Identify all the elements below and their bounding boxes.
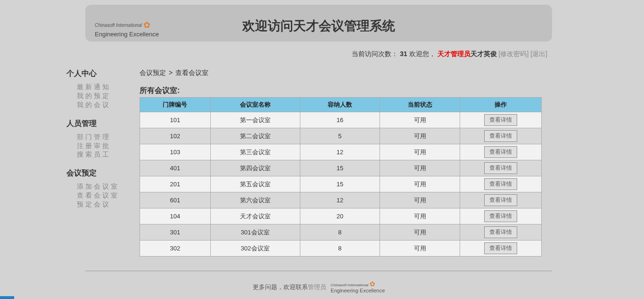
cell-capacity: 8 <box>300 224 380 241</box>
th-room-number: 门牌编号 <box>140 98 211 112</box>
cell-room-name: 第五会议室 <box>210 176 300 192</box>
view-detail-button[interactable]: 查看详情 <box>484 194 517 206</box>
cell-action: 查看详情 <box>460 224 542 241</box>
cell-room-number: 301 <box>140 224 211 241</box>
cell-action: 查看详情 <box>460 144 542 160</box>
cell-status: 可用 <box>380 112 460 128</box>
cell-capacity: 15 <box>300 160 380 176</box>
logo: Chinasoft International ✿ Engineering Ex… <box>95 20 159 39</box>
sidebar-item-add-room[interactable]: 添加会议室 <box>77 182 137 191</box>
cell-status: 可用 <box>380 176 460 192</box>
table-row: 101第一会议室16可用查看详情 <box>140 112 542 128</box>
cell-status: 可用 <box>380 192 460 208</box>
sidebar-item-dept-manage[interactable]: 部门管理 <box>77 133 137 141</box>
table-header-row: 门牌编号 会议室名称 容纳人数 当前状态 操作 <box>140 98 542 112</box>
page-scroll[interactable]: Chinasoft International ✿ Engineering Ex… <box>0 0 637 299</box>
cell-room-number: 401 <box>140 160 211 176</box>
view-detail-button[interactable]: 查看详情 <box>484 114 517 126</box>
cell-action: 查看详情 <box>460 112 542 128</box>
cell-room-number: 104 <box>140 208 211 224</box>
cell-action: 查看详情 <box>460 208 542 224</box>
sidebar-item-search-staff[interactable]: 搜索员工 <box>77 150 137 159</box>
view-detail-button[interactable]: 查看详情 <box>484 178 517 190</box>
cell-action: 查看详情 <box>460 241 542 257</box>
table-row: 301301会议室8可用查看详情 <box>140 224 542 241</box>
cell-capacity: 12 <box>300 192 380 208</box>
cell-capacity: 12 <box>300 144 380 160</box>
change-password-link[interactable]: [修改密码] <box>499 50 529 58</box>
cell-action: 查看详情 <box>460 160 542 176</box>
user-role: 天才管理员 <box>438 50 471 58</box>
header-banner: Chinasoft International ✿ Engineering Ex… <box>85 5 552 42</box>
cell-room-name: 302会议室 <box>210 241 300 257</box>
view-detail-button[interactable]: 查看详情 <box>484 130 517 142</box>
table-row: 102第二会议室5可用查看详情 <box>140 128 542 144</box>
table-row: 103第三会议室12可用查看详情 <box>140 144 542 160</box>
cell-capacity: 8 <box>300 241 380 257</box>
cell-room-name: 301会议室 <box>210 224 300 241</box>
logo-line1: Chinasoft International <box>95 23 142 28</box>
cell-room-number: 601 <box>140 192 211 208</box>
sidebar-item-view-rooms[interactable]: 查看会议室 <box>77 191 137 200</box>
sidebar-item-my-bookings[interactable]: 我的预定 <box>77 91 137 100</box>
gear-icon: ✿ <box>370 280 375 288</box>
page-title: 欢迎访问天才会议管理系统 <box>95 12 543 34</box>
view-detail-button[interactable]: 查看详情 <box>484 162 517 174</box>
th-capacity: 容纳人数 <box>300 98 380 112</box>
visit-label: 当前访问次数： <box>352 50 398 58</box>
sidebar: 个人中心 最新通知 我的预定 我的会议 人员管理 部门管理 注册审批 搜索员工 … <box>64 69 137 257</box>
table-row: 401第四会议室15可用查看详情 <box>140 160 542 176</box>
view-detail-button[interactable]: 查看详情 <box>484 242 517 254</box>
rooms-table: 门牌编号 会议室名称 容纳人数 当前状态 操作 101第一会议室16可用查看详情… <box>140 97 542 257</box>
cell-room-number: 102 <box>140 128 211 144</box>
breadcrumb-b: 查看会议室 <box>175 69 208 76</box>
section-title: 所有会议室: <box>140 86 573 96</box>
sidebar-meeting-items: 添加会议室 查看会议室 预定会议 <box>66 182 137 209</box>
footer-divider <box>85 271 552 271</box>
cell-status: 可用 <box>380 208 460 224</box>
cell-status: 可用 <box>380 224 460 241</box>
cell-room-name: 天才会议室 <box>210 208 300 224</box>
cell-capacity: 15 <box>300 176 380 192</box>
cell-capacity: 16 <box>300 112 380 128</box>
sidebar-personal-items: 最新通知 我的预定 我的会议 <box>66 83 137 109</box>
cell-room-name: 第六会议室 <box>210 192 300 208</box>
breadcrumb-sep: > <box>169 69 173 76</box>
footer-logo-line1: Chinasoft International <box>330 283 368 287</box>
sidebar-section-staff: 人员管理 <box>66 119 137 129</box>
view-detail-button[interactable]: 查看详情 <box>484 210 517 222</box>
th-action: 操作 <box>460 98 542 112</box>
cell-status: 可用 <box>380 160 460 176</box>
cell-room-number: 101 <box>140 112 211 128</box>
bottom-accent-bar <box>0 296 14 299</box>
table-row: 201第五会议室15可用查看详情 <box>140 176 542 192</box>
table-row: 601第六会议室12可用查看详情 <box>140 192 542 208</box>
sidebar-section-personal: 个人中心 <box>66 69 137 79</box>
cell-status: 可用 <box>380 241 460 257</box>
footer-admin-link[interactable]: 管理员 <box>308 283 326 291</box>
breadcrumb: 会议预定 > 查看会议室 <box>140 69 573 77</box>
cell-room-number: 201 <box>140 176 211 192</box>
logo-line2: Engineering Excellence <box>95 31 159 38</box>
table-row: 104天才会议室20可用查看详情 <box>140 208 542 224</box>
view-detail-button[interactable]: 查看详情 <box>484 146 517 158</box>
cell-room-number: 103 <box>140 144 211 160</box>
welcome-text: 欢迎您， <box>409 50 436 58</box>
user-name: 天才英俊 <box>471 50 497 58</box>
cell-status: 可用 <box>380 128 460 144</box>
cell-room-name: 第二会议室 <box>210 128 300 144</box>
cell-capacity: 20 <box>300 208 380 224</box>
cell-room-name: 第四会议室 <box>210 160 300 176</box>
gear-icon: ✿ <box>143 20 150 31</box>
cell-room-name: 第一会议室 <box>210 112 300 128</box>
sidebar-item-reg-approve[interactable]: 注册审批 <box>77 141 137 150</box>
view-detail-button[interactable]: 查看详情 <box>484 226 517 238</box>
sidebar-item-notifications[interactable]: 最新通知 <box>77 83 137 91</box>
th-room-name: 会议室名称 <box>210 98 300 112</box>
cell-capacity: 5 <box>300 128 380 144</box>
logout-link[interactable]: [退出] <box>530 50 547 58</box>
sidebar-item-book-meeting[interactable]: 预定会议 <box>77 200 137 209</box>
breadcrumb-a[interactable]: 会议预定 <box>140 69 166 76</box>
content-area: 会议预定 > 查看会议室 所有会议室: 门牌编号 会议室名称 容纳人数 当前状态… <box>137 69 573 257</box>
sidebar-item-my-meetings[interactable]: 我的会议 <box>77 100 137 109</box>
